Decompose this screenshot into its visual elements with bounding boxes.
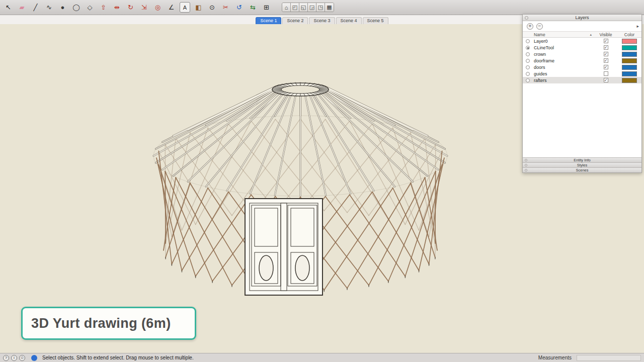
- status-message: Select objects. Shift to extend select. …: [42, 355, 194, 360]
- layer-name: doors: [530, 65, 594, 70]
- panel-bar-label: Entity Info: [574, 158, 590, 162]
- measurements-input[interactable]: [577, 355, 641, 361]
- rotate-tool-icon[interactable]: ↻: [125, 2, 136, 13]
- scene-tab-scene-5[interactable]: Scene 5: [363, 17, 388, 24]
- styles-panel-bar[interactable]: Styles: [523, 162, 641, 167]
- layers-toolbar: + − ▸: [523, 21, 641, 31]
- shapes-tool-icon[interactable]: ●: [57, 2, 68, 13]
- layer-visible-checkbox[interactable]: ✓: [604, 52, 608, 56]
- layers-menu-icon[interactable]: ▸: [636, 24, 639, 29]
- polygon-tool-icon[interactable]: ◇: [85, 2, 95, 13]
- layer-visible-checkbox[interactable]: ✓: [604, 45, 608, 50]
- callout-text: 3D Yurt drawing (6m): [31, 316, 171, 331]
- layer-row-layer0[interactable]: Layer0✓: [523, 38, 641, 44]
- orbit-tool-icon[interactable]: ↺: [234, 2, 245, 13]
- status-bar: ? i ☺ Select objects. Shift to extend se…: [0, 353, 644, 362]
- offset-tool-icon[interactable]: ◎: [152, 2, 163, 13]
- entity-info-panel-bar[interactable]: Entity Info: [523, 157, 641, 162]
- layer-visible-checkbox[interactable]: ✓: [604, 58, 608, 63]
- user-icon[interactable]: ☺: [19, 355, 25, 361]
- layer-color-swatch[interactable]: [622, 65, 637, 70]
- layer-current-radio[interactable]: [526, 78, 530, 82]
- pushpull-tool-icon[interactable]: ⇧: [98, 2, 109, 13]
- layer-current-radio[interactable]: [526, 72, 530, 76]
- layer-color-swatch[interactable]: [622, 71, 637, 76]
- layer-row-crown[interactable]: crown✓: [523, 51, 641, 57]
- layer-name: doorframe: [530, 58, 594, 63]
- panel-collapse-icon[interactable]: [525, 159, 527, 161]
- column-visible[interactable]: Visible: [594, 32, 617, 37]
- layers-list-empty-area: [523, 83, 641, 157]
- layers-panel: Layers + − ▸ Name ▴ Visible Color Layer0…: [522, 14, 642, 173]
- column-name[interactable]: Name ▴: [523, 32, 594, 37]
- select-tool-icon[interactable]: ↖: [3, 2, 14, 13]
- selection-status-icon: [31, 355, 37, 361]
- zoom-tool-icon[interactable]: ⊙: [207, 2, 217, 13]
- panel-bar-label: Scenes: [576, 168, 588, 172]
- section-plane-tool-icon[interactable]: ✂: [220, 2, 231, 13]
- zoom-extents-tool-icon[interactable]: ⊞: [261, 2, 272, 13]
- panel-close-icon[interactable]: [525, 16, 528, 20]
- collapsed-panels: Entity InfoStylesScenes: [523, 157, 641, 172]
- layer-row-clinetool[interactable]: CLineTool✓: [523, 44, 641, 51]
- video-caption-callout: 3D Yurt drawing (6m): [21, 307, 196, 340]
- paint-bucket-tool-icon[interactable]: ◧: [193, 2, 204, 13]
- help-icon[interactable]: ?: [3, 355, 9, 361]
- layer-row-guides[interactable]: guides: [523, 70, 641, 77]
- layer-color-swatch[interactable]: [622, 52, 637, 57]
- tape-measure-tool-icon[interactable]: ∠: [166, 2, 177, 13]
- circle-tool-icon[interactable]: ◯: [71, 2, 82, 13]
- move-tool-icon[interactable]: ⇹: [112, 2, 122, 13]
- layer-current-radio[interactable]: [526, 52, 530, 56]
- front-view-icon[interactable]: ◱: [299, 3, 308, 12]
- layer-color-swatch[interactable]: [622, 45, 637, 50]
- view-buttons-group: ⌂◰◱◲◳▦: [282, 3, 334, 12]
- layer-visible-checkbox[interactable]: ✓: [604, 39, 608, 43]
- scene-tab-scene-1[interactable]: Scene 1: [256, 17, 281, 24]
- back-view-icon[interactable]: ◳: [316, 3, 325, 12]
- layer-row-doorframe[interactable]: doorframe✓: [523, 57, 641, 64]
- top-view-icon[interactable]: ◰: [291, 3, 299, 12]
- scene-tab-scene-3[interactable]: Scene 3: [309, 17, 335, 24]
- main-toolbar: ↖▰╱∿●◯◇⇧⇹↻⇲◎∠A◧⊙✂↺⇆⊞⌂◰◱◲◳▦: [0, 0, 644, 15]
- scenes-panel-bar[interactable]: Scenes: [523, 167, 641, 172]
- layer-color-swatch[interactable]: [622, 39, 637, 44]
- eraser-tool-icon[interactable]: ▰: [17, 2, 27, 13]
- scene-tab-scene-2[interactable]: Scene 2: [282, 17, 308, 24]
- layer-visible-checkbox[interactable]: [604, 71, 608, 76]
- remove-layer-button[interactable]: −: [536, 23, 543, 30]
- iso-view-icon[interactable]: ⌂: [282, 3, 291, 12]
- add-layer-button[interactable]: +: [527, 23, 533, 30]
- sort-arrow-icon: ▴: [590, 33, 592, 37]
- layer-row-doors[interactable]: doors✓: [523, 64, 641, 70]
- layers-panel-titlebar[interactable]: Layers: [523, 15, 641, 21]
- scene-tab-scene-4[interactable]: Scene 4: [336, 17, 362, 24]
- layer-current-radio[interactable]: [526, 59, 530, 63]
- pan-tool-icon[interactable]: ⇆: [248, 2, 258, 13]
- measurements-label: Measurements: [538, 355, 572, 360]
- right-view-icon[interactable]: ◲: [308, 3, 316, 12]
- layer-visible-checkbox[interactable]: ✓: [604, 78, 608, 82]
- text-tool-icon[interactable]: A: [180, 2, 190, 13]
- layer-name: crown: [530, 52, 594, 57]
- panel-collapse-icon[interactable]: [525, 169, 527, 171]
- layer-current-radio[interactable]: [526, 65, 530, 69]
- layer-visible-checkbox[interactable]: ✓: [604, 65, 608, 69]
- info-icon[interactable]: i: [11, 355, 17, 361]
- layer-row-rafters[interactable]: rafters✓: [523, 77, 641, 83]
- layer-name: guides: [530, 71, 594, 76]
- line-tool-icon[interactable]: ╱: [30, 2, 41, 13]
- layer-color-swatch[interactable]: [622, 58, 637, 63]
- column-color[interactable]: Color: [617, 32, 641, 37]
- layers-panel-title: Layers: [575, 15, 589, 20]
- layer-current-radio[interactable]: [526, 39, 530, 43]
- sketchup-window: ↖▰╱∿●◯◇⇧⇹↻⇲◎∠A◧⊙✂↺⇆⊞⌂◰◱◲◳▦ Scene 1Scene …: [0, 0, 644, 362]
- layer-color-swatch[interactable]: [622, 78, 637, 83]
- layer-name: rafters: [530, 78, 594, 83]
- left-view-icon[interactable]: ▦: [325, 3, 334, 12]
- panel-bar-label: Styles: [577, 163, 587, 167]
- freehand-tool-icon[interactable]: ∿: [44, 2, 54, 13]
- scale-tool-icon[interactable]: ⇲: [139, 2, 149, 13]
- layer-current-radio[interactable]: [526, 46, 530, 50]
- panel-collapse-icon[interactable]: [525, 164, 527, 166]
